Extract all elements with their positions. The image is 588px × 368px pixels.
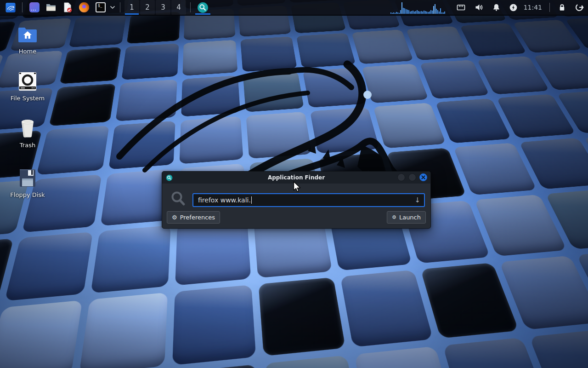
chevron-down-icon <box>110 6 115 9</box>
cpu-graph-bar <box>436 9 437 14</box>
desktop-icon-floppy[interactable]: Floppy Disk <box>6 168 50 198</box>
kali-dragon-icon <box>6 1 16 14</box>
cpu-graph-bar <box>403 8 404 14</box>
desktop-icon-label: File System <box>6 95 50 102</box>
launcher-firefox[interactable] <box>77 0 91 15</box>
launcher-text-editor[interactable] <box>61 0 74 15</box>
cpu-graph-bar <box>432 11 433 14</box>
wallpaper-cube <box>243 71 304 112</box>
arrow-down-icon[interactable]: ↓ <box>414 196 420 204</box>
cpu-graph-bar <box>399 13 400 14</box>
workspace-label: 3 <box>161 3 165 12</box>
wallpaper-cube <box>0 300 82 368</box>
cpu-graph-bar <box>406 9 407 14</box>
cpu-graph-bar <box>397 12 398 14</box>
applications-menu-button[interactable] <box>3 0 18 15</box>
wallpaper-cube <box>172 285 256 365</box>
cpu-graph-bar <box>414 12 415 14</box>
maximize-button[interactable] <box>408 173 416 181</box>
cpu-graph-bar <box>401 2 402 14</box>
launcher-terminal[interactable]: $_ <box>94 0 107 15</box>
app-grid-icon <box>29 2 40 12</box>
cpu-graph-bar <box>407 10 408 14</box>
wallpaper-cube <box>303 68 367 108</box>
cpu-graph-bar <box>411 11 412 14</box>
cpu-graph-bar <box>424 11 424 14</box>
panel-separator <box>22 2 23 12</box>
cpu-graph-bar <box>404 8 405 14</box>
cpu-graph-bar <box>443 12 444 14</box>
logout-icon[interactable] <box>575 3 584 12</box>
wallpaper-cube <box>310 107 379 154</box>
launch-button[interactable]: ⚙ Launch <box>387 211 426 224</box>
launch-label: Launch <box>399 214 421 221</box>
wallpaper-cube <box>127 12 181 44</box>
desktop-icon-label: Home <box>6 48 50 55</box>
wallpaper-cube <box>181 75 240 117</box>
wallpaper-cube <box>240 36 297 72</box>
wallpaper-cube <box>264 355 362 368</box>
wallpaper-cube <box>175 219 251 286</box>
desktop-icon-trash[interactable]: Trash <box>6 119 50 149</box>
wallpaper-cube <box>90 225 170 293</box>
workspace-button-1[interactable]: 1 <box>124 0 139 15</box>
trash-icon <box>19 119 36 139</box>
cpu-graph-bar <box>390 12 391 14</box>
power-icon[interactable] <box>509 3 518 12</box>
floppy-disk-icon <box>19 168 36 189</box>
desktop-icon-filesystem[interactable]: File System <box>6 72 50 102</box>
cpu-graph-bar <box>410 12 411 14</box>
cpu-graph[interactable] <box>390 1 446 14</box>
search-input-value: firefox www.kali. <box>198 196 251 204</box>
search-icon-large <box>170 190 187 209</box>
cpu-graph-bar <box>426 12 427 14</box>
text-caret <box>251 196 252 204</box>
cpu-graph-bar <box>437 10 438 14</box>
terminal-dropdown-button[interactable] <box>109 0 116 15</box>
wallpaper-cube <box>59 47 121 84</box>
launcher-file-manager[interactable] <box>44 0 58 15</box>
workspace-button-2[interactable]: 2 <box>140 0 155 15</box>
desktop-icon-label: Trash <box>6 142 50 149</box>
launcher-app-grid[interactable] <box>28 0 41 15</box>
wallpaper-cube <box>79 293 168 368</box>
notifications-icon[interactable] <box>492 3 501 12</box>
cpu-graph-bar <box>422 12 423 14</box>
gear-icon: ⚙ <box>172 214 177 220</box>
lock-icon[interactable] <box>558 3 566 12</box>
workspace-button-4[interactable]: 4 <box>171 0 186 15</box>
search-icon <box>166 174 173 181</box>
terminal-glyph: $_ <box>98 4 102 8</box>
home-folder-icon <box>17 26 38 46</box>
application-finder-taskbar-button[interactable] <box>194 0 211 15</box>
search-icon <box>197 2 209 13</box>
desktop-icon-home[interactable]: Home <box>6 26 50 55</box>
wallpaper-cube <box>529 329 588 368</box>
titlebar[interactable]: Application Finder <box>162 172 430 184</box>
cpu-graph-bar <box>425 11 426 14</box>
wallpaper-cube <box>115 80 177 121</box>
preferences-label: Preferences <box>180 214 215 221</box>
cpu-graph-bar <box>421 11 422 14</box>
search-input[interactable]: firefox www.kali. ↓ <box>192 193 425 207</box>
top-panel: $_ 1 2 3 4 <box>0 0 588 16</box>
preferences-button[interactable]: ⚙ Preferences <box>167 211 220 224</box>
workspace-label: 2 <box>145 3 150 12</box>
wallpaper-cube <box>362 63 429 103</box>
minimize-button[interactable] <box>397 173 405 181</box>
network-icon[interactable] <box>456 3 466 12</box>
wallpaper-cube <box>182 40 237 76</box>
cpu-graph-bar <box>444 12 445 14</box>
wallpaper-cube <box>351 29 413 64</box>
panel-separator <box>549 3 550 12</box>
panel-separator <box>120 2 120 12</box>
cpu-graph-bar <box>429 12 430 14</box>
wallpaper-cube <box>246 112 312 159</box>
clock[interactable]: 11:41 <box>524 4 542 11</box>
workspace-button-3[interactable]: 3 <box>156 0 170 15</box>
volume-icon[interactable] <box>474 3 484 12</box>
cpu-graph-bar <box>439 12 440 14</box>
close-button[interactable] <box>419 173 427 181</box>
cpu-graph-bar <box>396 12 397 14</box>
cpu-graph-bar <box>415 11 416 14</box>
